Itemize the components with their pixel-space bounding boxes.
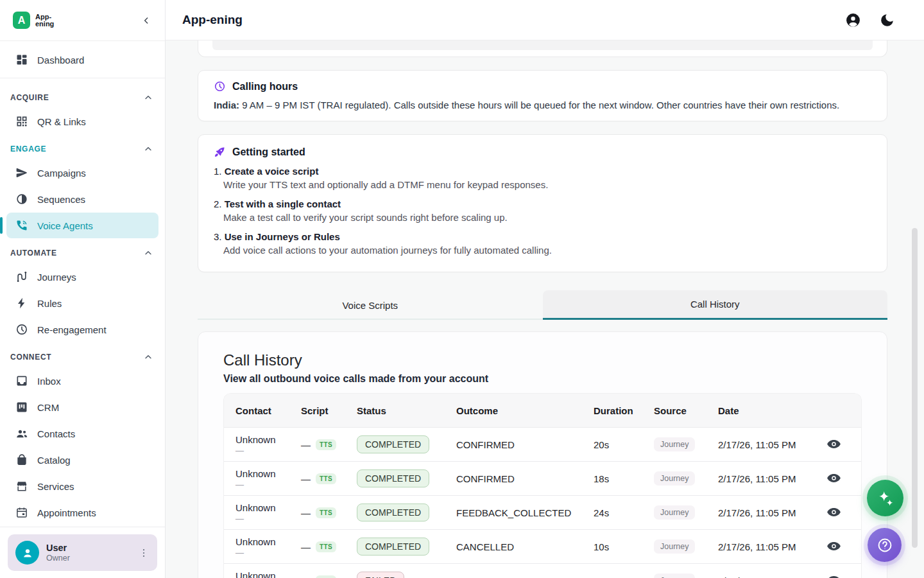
sidebar-item-dashboard[interactable]: Dashboard: [6, 47, 158, 73]
table-row: Unknown — — TTS COMPLETED CONFIRMED 18s …: [224, 461, 861, 495]
step-description: Add voice call actions to your automatio…: [214, 244, 871, 257]
cell-source: Journey: [642, 471, 706, 486]
status-badge: COMPLETED: [357, 504, 429, 521]
eye-icon: [826, 437, 842, 452]
sidebar-header: A App- ening: [0, 0, 165, 41]
cell-source: Journey: [642, 574, 706, 578]
cell-status: COMPLETED: [345, 435, 445, 453]
cell-actions: [807, 471, 861, 486]
sidebar-item-crm[interactable]: CRM: [6, 394, 158, 420]
calling-hours-header: Calling hours: [214, 80, 871, 92]
tts-badge: TTS: [316, 507, 336, 518]
script-dash: —: [301, 439, 311, 450]
chevron-up-icon: [143, 352, 153, 362]
section-header-automate[interactable]: AUTOMATE: [0, 239, 165, 263]
contact-sub: —: [235, 480, 289, 489]
eye-icon: [826, 573, 842, 578]
section-header-engage[interactable]: ENGAGE: [0, 135, 165, 159]
source-badge: Journey: [654, 437, 695, 451]
bolt-icon: [15, 297, 28, 310]
contact-sub: —: [235, 446, 289, 455]
view-call-button[interactable]: [826, 471, 842, 486]
script-dash: —: [301, 473, 311, 484]
sidebar-item-rules[interactable]: Rules: [6, 290, 158, 316]
sidebar-item-label: QR & Links: [37, 116, 86, 127]
user-circle-icon: [845, 12, 861, 28]
cell-script: — TTS: [289, 507, 345, 518]
step-number: 2.: [214, 198, 222, 209]
getting-started-header: Getting started: [214, 146, 871, 158]
sidebar-item-appointments[interactable]: Appointments: [6, 500, 158, 525]
view-call-button[interactable]: [826, 573, 842, 578]
cell-source: Journey: [642, 505, 706, 520]
view-call-button[interactable]: [826, 505, 842, 520]
status-badge: COMPLETED: [357, 469, 429, 487]
help-button[interactable]: [868, 528, 902, 562]
cell-duration: 18s: [582, 473, 642, 484]
sidebar-item-sequences[interactable]: Sequences: [6, 186, 158, 212]
kebab-icon: [138, 547, 150, 559]
inbox-icon: [15, 374, 28, 387]
source-badge: Journey: [654, 574, 695, 578]
cell-contact: Unknown —: [224, 468, 289, 489]
sidebar-item-label: Inbox: [37, 376, 61, 387]
cell-status: COMPLETED: [345, 469, 445, 487]
view-call-button[interactable]: [826, 539, 842, 554]
cell-duration: 30s: [582, 575, 642, 578]
cell-script: — TTS: [289, 473, 345, 484]
user-card[interactable]: User Owner: [8, 534, 157, 571]
user-meta: User Owner: [46, 543, 131, 563]
account-button[interactable]: [844, 12, 862, 29]
sidebar-item-label: Sequences: [37, 194, 85, 205]
sidebar-item-journeys[interactable]: Journeys: [6, 264, 158, 290]
sidebar-item-campaigns[interactable]: Campaigns: [6, 160, 158, 186]
call-history-card: Call History View all outbound voice cal…: [198, 331, 887, 578]
getting-started-step: 2. Test with a single contact Make a tes…: [214, 197, 871, 224]
cell-actions: [807, 505, 861, 520]
sidebar-item-voice-agents[interactable]: Voice Agents: [6, 213, 158, 238]
table-header-row: ContactScriptStatusOutcomeDurationSource…: [224, 394, 861, 427]
table-row: Unknown — — TTS COMPLETED FEEDBACK_COLLE…: [224, 495, 861, 529]
cell-duration: 24s: [582, 507, 642, 518]
cell-status: COMPLETED: [345, 504, 445, 521]
user-menu-button[interactable]: [138, 547, 150, 559]
tab-call-history[interactable]: Call History: [543, 290, 888, 320]
step-number: 3.: [214, 231, 222, 242]
dashboard-icon: [15, 53, 28, 66]
sidebar-item-contacts[interactable]: Contacts: [6, 421, 158, 446]
source-badge: Journey: [654, 471, 695, 486]
cell-duration: 20s: [582, 439, 642, 450]
sidebar-collapse-button[interactable]: [138, 12, 155, 29]
section-header-connect[interactable]: CONNECT: [0, 343, 165, 367]
sparkles-icon: [876, 489, 895, 508]
sidebar-footer: User Owner: [0, 527, 165, 578]
cell-source: Journey: [642, 437, 706, 451]
ai-assistant-button[interactable]: [867, 480, 903, 516]
cell-script: — TTS: [289, 575, 345, 578]
table-row: Unknown — — TTS COMPLETED CANCELLED 10s …: [224, 529, 861, 563]
app-logo-text: App- ening: [35, 13, 138, 28]
sidebar-item-services[interactable]: Services: [6, 473, 158, 499]
sidebar-item-label: Re-engagement: [37, 324, 107, 335]
section-header-acquire[interactable]: ACQUIRE: [0, 83, 165, 108]
sidebar-item-inbox[interactable]: Inbox: [6, 368, 158, 394]
scrollbar-thumb[interactable]: [912, 228, 918, 548]
cell-outcome: NO_ANSWER: [445, 575, 582, 578]
sidebar-item-qr-links[interactable]: QR & Links: [6, 109, 158, 134]
dark-mode-toggle[interactable]: [878, 12, 896, 29]
cell-date: 2/17/26, 11:05 PM: [706, 473, 807, 484]
cell-date: 2/17/26, 11:05 PM: [706, 541, 807, 552]
content-scroll-area[interactable]: Calling hours India: 9 AM – 9 PM IST (TR…: [166, 40, 924, 578]
cell-date: 2/17/26, 11:05 PM: [706, 507, 807, 518]
getting-started-title: Getting started: [232, 146, 305, 158]
section-label: CONNECT: [10, 353, 51, 362]
tab-voice-scripts[interactable]: Voice Scripts: [198, 290, 543, 320]
status-badge: FAILED: [357, 572, 404, 578]
step-title: 1. Create a voice script: [214, 164, 871, 178]
tts-badge: TTS: [316, 575, 336, 578]
table-row: Unknown — — TTS FAILED NO_ANSWER 30s Jou…: [224, 563, 861, 578]
sidebar-item-catalog[interactable]: Catalog: [6, 447, 158, 473]
call-history-title: Call History: [223, 351, 862, 369]
sidebar-item-re-engagement[interactable]: Re-engagement: [6, 317, 158, 342]
view-call-button[interactable]: [826, 437, 842, 452]
